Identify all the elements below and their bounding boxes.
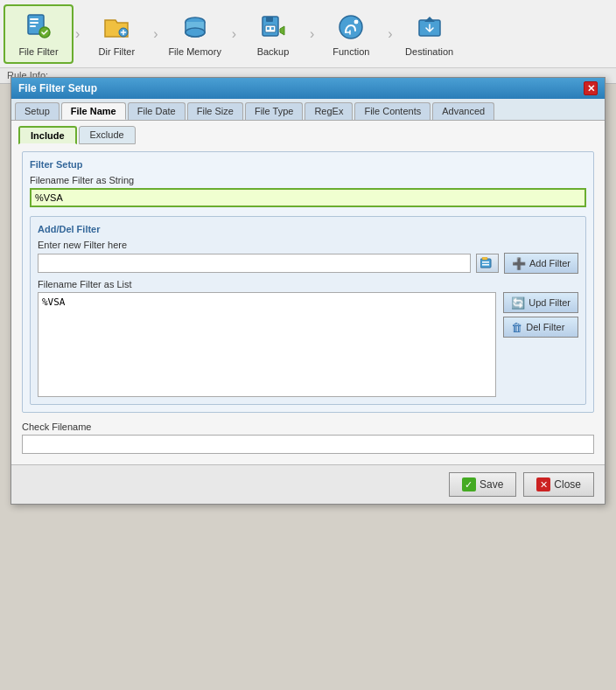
- toolbar-item-file-memory[interactable]: File Memory: [160, 4, 230, 64]
- delete-filter-button[interactable]: 🗑 Del Filter: [503, 317, 578, 338]
- arrow-4: ›: [310, 26, 314, 42]
- add-del-row: ➕ Add Filter: [38, 253, 578, 274]
- file-filter-dialog: File Filter Setup ✕ Setup File Name File…: [10, 77, 606, 505]
- svg-rect-1: [30, 18, 38, 20]
- svg-rect-3: [30, 25, 36, 27]
- toolbar-label-dir-filter: Dir Filter: [99, 46, 136, 57]
- add-filter-icon: ➕: [512, 257, 526, 270]
- list-action-buttons: 🔄 Upd Filter 🗑 Del Filter: [503, 292, 578, 338]
- svg-rect-9: [266, 17, 273, 22]
- close-icon: ✕: [536, 477, 550, 491]
- file-filter-icon: [23, 11, 54, 43]
- toolbar-item-backup[interactable]: Backup: [238, 4, 308, 64]
- save-icon: ✓: [462, 477, 476, 491]
- add-del-section: Add/Del Filter Enter new Filter here ➕: [30, 216, 586, 405]
- check-filename-label: Check Filename: [22, 422, 594, 432]
- dialog-titlebar: File Filter Setup ✕: [11, 78, 605, 99]
- toolbar-item-dir-filter[interactable]: Dir Filter: [81, 4, 151, 64]
- tab-setup[interactable]: Setup: [15, 102, 60, 120]
- toolbar-label-file-filter: File Filter: [18, 46, 58, 57]
- save-button[interactable]: ✓ Save: [449, 472, 516, 497]
- file-memory-icon: [179, 11, 211, 43]
- upd-filter-icon: 🔄: [511, 296, 525, 310]
- svg-rect-11: [267, 27, 270, 30]
- close-button[interactable]: ✕ Close: [523, 472, 594, 497]
- browse-filter-button[interactable]: [476, 254, 499, 273]
- dialog-content: Filter Setup Filename Filter as String A…: [11, 144, 605, 464]
- filter-setup-title: Filter Setup: [30, 159, 586, 170]
- filename-filter-string-input[interactable]: [30, 188, 586, 207]
- subtab-include[interactable]: Include: [18, 126, 77, 144]
- del-filter-icon: 🗑: [511, 321, 522, 334]
- enter-filter-label: Enter new Filter here: [38, 240, 578, 250]
- filename-filter-string-label: Filename Filter as String: [30, 175, 586, 185]
- tab-file-name[interactable]: File Name: [61, 102, 126, 120]
- toolbar-item-file-filter[interactable]: File Filter: [4, 4, 74, 64]
- filter-setup-section: Filter Setup Filename Filter as String A…: [22, 151, 594, 413]
- toolbar-label-file-memory: File Memory: [168, 46, 221, 57]
- check-filename-section: Check Filename: [22, 422, 594, 454]
- function-icon: [335, 11, 367, 43]
- filter-list-area: 🔄 Upd Filter 🗑 Del Filter: [38, 292, 578, 397]
- svg-rect-12: [271, 27, 274, 30]
- svg-point-13: [340, 16, 362, 38]
- toolbar-item-destination[interactable]: Destination: [395, 4, 465, 64]
- tab-advanced[interactable]: Advanced: [432, 102, 494, 120]
- tab-file-size[interactable]: File Size: [187, 102, 243, 120]
- toolbar-item-function[interactable]: Function: [316, 4, 386, 64]
- subtab-exclude[interactable]: Exclude: [79, 126, 136, 144]
- update-filter-button[interactable]: 🔄 Upd Filter: [503, 292, 578, 313]
- toolbar-label-backup: Backup: [257, 46, 290, 57]
- add-filter-button[interactable]: ➕ Add Filter: [504, 253, 578, 274]
- svg-rect-18: [482, 261, 489, 263]
- svg-rect-10: [265, 25, 276, 32]
- toolbar-label-destination: Destination: [405, 46, 453, 57]
- tab-file-type[interactable]: File Type: [245, 102, 303, 120]
- svg-rect-16: [480, 259, 491, 268]
- tab-file-contents[interactable]: File Contents: [354, 102, 430, 120]
- dir-filter-icon: [101, 11, 132, 43]
- destination-icon: [414, 11, 445, 43]
- svg-point-14: [354, 19, 359, 24]
- tab-regex[interactable]: RegEx: [304, 102, 353, 120]
- svg-rect-19: [482, 264, 489, 266]
- svg-rect-2: [30, 22, 38, 24]
- filename-filter-list[interactable]: [38, 292, 496, 397]
- toolbar-label-function: Function: [332, 46, 369, 57]
- arrow-5: ›: [388, 26, 392, 42]
- arrow-1: ›: [75, 26, 80, 42]
- check-filename-input[interactable]: [22, 435, 594, 454]
- sub-tab-bar: Include Exclude: [11, 121, 605, 144]
- svg-point-7: [186, 28, 205, 37]
- arrow-2: ›: [153, 26, 158, 42]
- filename-filter-list-label: Filename Filter as List: [38, 279, 578, 289]
- dialog-footer: ✓ Save ✕ Close: [11, 464, 605, 504]
- svg-rect-17: [482, 257, 487, 260]
- new-filter-input[interactable]: [38, 254, 471, 273]
- arrow-3: ›: [232, 26, 236, 42]
- dialog-close-button[interactable]: ✕: [584, 81, 598, 95]
- add-del-title: Add/Del Filter: [38, 224, 578, 234]
- backup-icon: [257, 11, 289, 43]
- tab-bar: Setup File Name File Date File Size File…: [11, 99, 605, 121]
- main-toolbar: File Filter › Dir Filter › File Memory ›: [0, 0, 616, 68]
- dialog-title: File Filter Setup: [18, 82, 97, 94]
- tab-file-date[interactable]: File Date: [128, 102, 186, 120]
